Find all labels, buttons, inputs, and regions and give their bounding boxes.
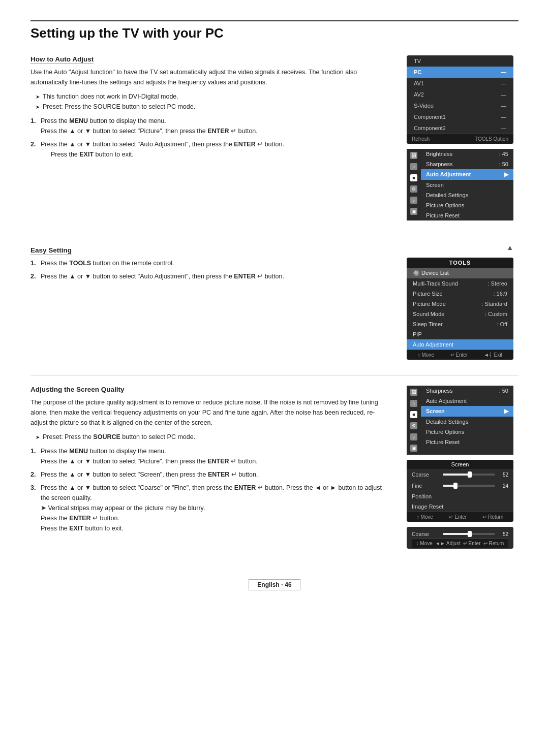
picture-menu-wrapper: 🖼 ○ ■ ⚙ ♪ ▣ Brightness: 45 Sharpness: 50… [407, 149, 513, 220]
tools-picturesize: Picture Size : 16:9 [407, 289, 513, 299]
sidebar-icon-screen2: ○ [410, 400, 417, 407]
footer-enter: ↵ Enter [463, 541, 481, 546]
section-easy-setting: Easy Setting 1. Press the TOOLS button o… [30, 246, 518, 360]
divider-2 [30, 375, 518, 375]
step-num: 1. [30, 446, 36, 456]
tv-menu-svideo: S-Video— [407, 100, 513, 111]
row-label: Detailed Settings [426, 419, 468, 425]
footer-tools: TOOLS Option [475, 136, 508, 142]
step-item: 2. Press the ▲ or ▼ button to select "Sc… [30, 469, 391, 480]
steps-list-2: 1. Press the TOOLS button on the remote … [30, 258, 391, 281]
screen-menu-title: Screen [407, 460, 513, 469]
bullet-item: Preset: Press the SOURCE button to selec… [36, 102, 391, 112]
text-col-3: Adjusting the Screen Quality The purpose… [30, 386, 391, 538]
footer-enter: ↵ Enter [449, 514, 467, 520]
coarse-slider-row: Coarse 52 [407, 469, 513, 480]
row-label: Picture Reset [426, 212, 460, 218]
menu-label: Component2 [414, 125, 446, 131]
picture-menu-2-wrapper: 🖼 ○ ■ ⚙ ♪ ▣ Sharpness: 50 Auto Adjustmen… [407, 386, 513, 455]
menu-label: TV [414, 58, 421, 64]
menu-value: — [501, 91, 506, 98]
picture-menu-auto: Auto Adjustment▶ [421, 169, 513, 180]
tv-menu-av2: AV2— [407, 89, 513, 100]
img-col-3: 🖼 ○ ■ ⚙ ♪ ▣ Sharpness: 50 Auto Adjustmen… [407, 386, 518, 549]
row-value: : Stereo [487, 280, 507, 287]
tools-soundmode: Sound Mode : Custom [407, 309, 513, 319]
tv-menu-comp1: Component1— [407, 111, 513, 122]
section-screen-quality: Adjusting the Screen Quality The purpose… [30, 386, 518, 549]
row-label: Screen [426, 182, 444, 188]
footer-move: ↕ Move [418, 352, 434, 358]
fine-slider-row: Fine 24 [407, 480, 513, 491]
coarse-mini-track [443, 533, 495, 535]
step-num: 3. [30, 483, 36, 493]
row-label: Sharpness [426, 161, 453, 167]
row-label: Picture Mode [413, 301, 446, 307]
footer-exit: ◄┤ Exit [484, 352, 502, 358]
sidebar-icon-extra: ▣ [410, 208, 417, 215]
sidebar-icon-picture2: 🖼 [410, 389, 417, 396]
coarse-label: Coarse [412, 471, 440, 478]
footer-enter: ↵ Enter [450, 352, 468, 358]
page-footer: English - 46 [249, 579, 300, 590]
bullet-list-3: Preset: Press the SOURCE button to selec… [30, 432, 391, 442]
sidebar-icon-active2: ■ [410, 411, 417, 418]
picture-sidebar: 🖼 ○ ■ ⚙ ♪ ▣ [407, 149, 421, 220]
footer-adjust: ◄► Adjust [435, 541, 461, 546]
footer-return: ↩ Return [482, 514, 503, 520]
coarse-mini-thumb [468, 531, 472, 537]
sidebar-icon-gear2: ⚙ [410, 422, 417, 429]
row-label: Detailed Settings [426, 192, 468, 198]
img-col-2: ▲ TOOLS 🔘 Device List Multi-Track Sound … [407, 246, 518, 360]
step-num: 1. [30, 116, 36, 126]
step-item: 1. Press the TOOLS button on the remote … [30, 258, 391, 268]
picture-menu-screen: Screen [421, 180, 513, 190]
sidebar-icon-active: ■ [410, 174, 417, 181]
text-col-2: Easy Setting 1. Press the TOOLS button o… [30, 246, 391, 286]
tv-menu-footer: Refresh TOOLS Option [407, 134, 513, 144]
row-label: Picture Options [426, 429, 464, 435]
menu-value: — [501, 80, 506, 86]
footer-refresh: Refresh [412, 136, 430, 142]
coarse-fill [443, 474, 470, 476]
menu-value: — [501, 114, 506, 120]
steps-list-3: 1. Press the MENU button to display the … [30, 446, 391, 533]
section-body-3: The purpose of the picture quality adjus… [30, 397, 391, 428]
row-label: Picture Options [426, 202, 464, 208]
step-item: 2. Press the ▲ or ▼ button to select "Au… [30, 271, 391, 281]
text-col-1: How to Auto Adjust Use the Auto "Adjust … [30, 55, 391, 164]
step-sub: Press the EXIT button to exit. [41, 151, 134, 158]
row-label: Sharpness [426, 388, 453, 394]
coarse-mini-value: 52 [498, 531, 508, 537]
sidebar-icon-extra2: ▣ [410, 445, 417, 452]
picture-menu-content-2: Sharpness: 50 Auto Adjustment Screen▶ De… [421, 386, 513, 455]
menu-label: Component1 [414, 114, 446, 120]
tools-menu: TOOLS 🔘 Device List Multi-Track Sound : … [407, 258, 513, 360]
picture-menu-brightness: Brightness: 45 [421, 149, 513, 159]
row-label: Sound Mode [413, 311, 444, 317]
step-num: 1. [30, 258, 36, 268]
row-label: Picture Size [413, 291, 443, 297]
section-heading-2: Easy Setting [30, 246, 72, 255]
step-item: 1. Press the MENU button to display the … [30, 446, 391, 466]
menu-value: — [501, 103, 506, 109]
picture-menu-detailed: Detailed Settings [421, 190, 513, 200]
step-item: 3. Press the ▲ or ▼ button to select "Co… [30, 483, 391, 533]
step-num: 2. [30, 271, 36, 281]
row-label: Screen [426, 408, 445, 415]
steps-list-1: 1. Press the MENU button to display the … [30, 116, 391, 160]
section-auto-adjust: How to Auto Adjust Use the Auto "Adjust … [30, 55, 518, 220]
coarse-mini-bar: Coarse 52 ↕ Move ◄► Adjust ↵ Enter ↩ Ret… [407, 527, 513, 549]
section-heading-1: How to Auto Adjust [30, 55, 94, 64]
fine-thumb [453, 483, 458, 489]
row-value: : 50 [499, 388, 508, 394]
picture-menu-content: Brightness: 45 Sharpness: 50 Auto Adjust… [421, 149, 513, 220]
arrow-up-indicator: ▲ [407, 243, 518, 251]
fine-value: 24 [498, 483, 508, 489]
divider-1 [30, 236, 518, 236]
row-label: Sleep Timer [413, 321, 443, 327]
step-num: 2. [30, 469, 36, 480]
row-label: Auto Adjustment [413, 341, 453, 348]
page-title: Setting up the TV with your PC [30, 25, 518, 41]
tv-menu: TV PC— AV1— AV2— S-Video— Component1— Co… [407, 55, 513, 144]
